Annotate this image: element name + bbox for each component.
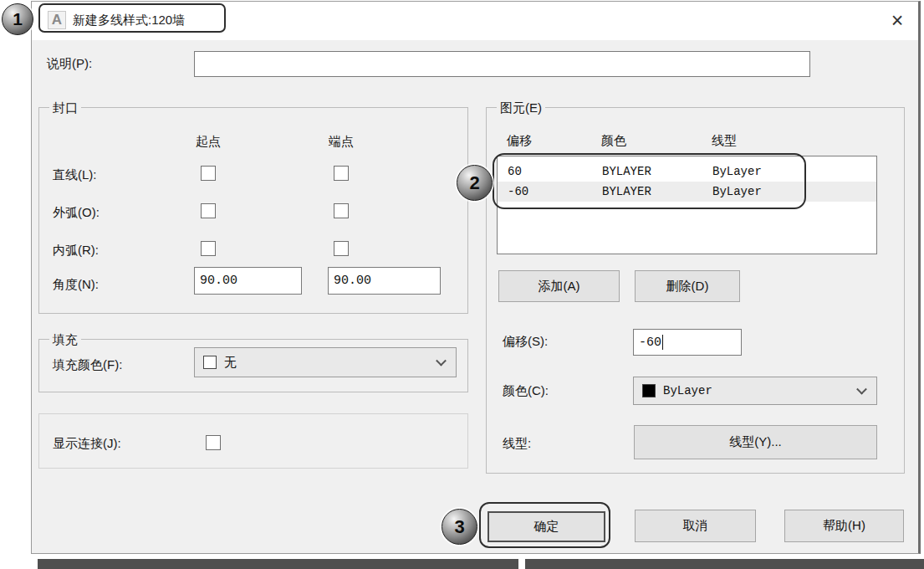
description-input[interactable] <box>194 51 810 77</box>
ok-button[interactable]: 确定 <box>488 511 605 542</box>
delete-button[interactable]: 删除(D) <box>635 270 740 302</box>
linetype-button[interactable]: 线型(Y)... <box>634 425 877 459</box>
offset-column-header: 偏移 <box>507 133 532 149</box>
color-select[interactable]: ByLayer <box>633 377 877 405</box>
angle-start-input[interactable]: 90.00 <box>194 267 302 295</box>
angle-end-input[interactable]: 90.00 <box>328 267 441 295</box>
close-button[interactable]: × <box>884 7 911 33</box>
color-column-header: 颜色 <box>601 133 626 149</box>
new-multiline-style-dialog: A 新建多线样式:120墙 × 说明(P): 封口 起点 端点 直线(L): 外… <box>31 1 921 554</box>
color-label: 颜色(C): <box>503 383 549 399</box>
window-title: 新建多线样式:120墙 <box>73 13 185 28</box>
outer-arc-end-checkbox[interactable] <box>334 203 349 218</box>
caps-group-title: 封口 <box>49 100 81 115</box>
cancel-button[interactable]: 取消 <box>635 510 756 542</box>
color-value: ByLayer <box>663 384 712 397</box>
fill-group-title: 填充 <box>49 331 81 347</box>
screenshot-stage: A 新建多线样式:120墙 × 说明(P): 封口 起点 端点 直线(L): 外… <box>0 0 924 569</box>
table-row[interactable]: -60 BYLAYER ByLayer <box>498 182 876 202</box>
description-label: 说明(P): <box>47 56 92 72</box>
linetype-label: 线型: <box>503 436 531 452</box>
add-button[interactable]: 添加(A) <box>498 270 620 302</box>
start-column-header: 起点 <box>196 134 221 150</box>
inner-arc-label: 内弧(R): <box>53 243 99 259</box>
close-icon: × <box>891 8 904 33</box>
fill-color-select[interactable]: 无 <box>194 347 457 377</box>
cell-linetype: ByLayer <box>712 185 876 198</box>
cell-offset: 60 <box>508 165 602 178</box>
bottom-edge-bar-right <box>525 559 924 569</box>
line-end-checkbox[interactable] <box>334 166 349 181</box>
callout-1: 1 <box>2 3 33 35</box>
bylayer-color-swatch <box>642 384 656 397</box>
text-cursor <box>662 335 663 350</box>
fill-color-label: 填充颜色(F): <box>53 357 122 373</box>
chevron-down-icon <box>436 356 447 367</box>
none-color-swatch <box>203 356 217 369</box>
outer-arc-start-checkbox[interactable] <box>201 203 216 218</box>
display-joints-label: 显示连接(J): <box>53 436 121 452</box>
elements-group-title: 图元(E) <box>497 100 545 115</box>
linetype-column-header: 线型 <box>712 133 737 149</box>
table-row[interactable]: 60 BYLAYER ByLayer <box>498 161 876 182</box>
line-cap-label: 直线(L): <box>53 167 97 183</box>
cell-linetype: ByLayer <box>712 165 876 178</box>
angle-label: 角度(N): <box>53 277 99 293</box>
callout-3: 3 <box>442 509 477 545</box>
cell-color: BYLAYER <box>602 165 712 178</box>
display-joints-checkbox[interactable] <box>206 435 221 450</box>
offset-value: -60 <box>639 336 661 350</box>
callout-2: 2 <box>457 165 493 201</box>
bottom-edge-bar-left <box>38 559 518 569</box>
inner-arc-start-checkbox[interactable] <box>201 241 216 256</box>
chevron-down-icon <box>856 384 867 395</box>
outer-arc-label: 外弧(O): <box>53 205 100 221</box>
help-button[interactable]: 帮助(H) <box>784 510 904 542</box>
titlebar: A 新建多线样式:120墙 × <box>32 2 918 40</box>
offset-input[interactable]: -60 <box>633 329 742 356</box>
offset-label: 偏移(S): <box>503 334 548 350</box>
cell-offset: -60 <box>508 185 602 198</box>
inner-arc-end-checkbox[interactable] <box>334 241 349 256</box>
end-column-header: 端点 <box>329 134 354 150</box>
fill-color-value: 无 <box>224 355 237 371</box>
line-start-checkbox[interactable] <box>201 166 216 181</box>
elements-list[interactable]: 60 BYLAYER ByLayer -60 BYLAYER ByLayer <box>497 156 877 254</box>
cell-color: BYLAYER <box>602 185 712 198</box>
autocad-logo-icon: A <box>48 11 66 29</box>
